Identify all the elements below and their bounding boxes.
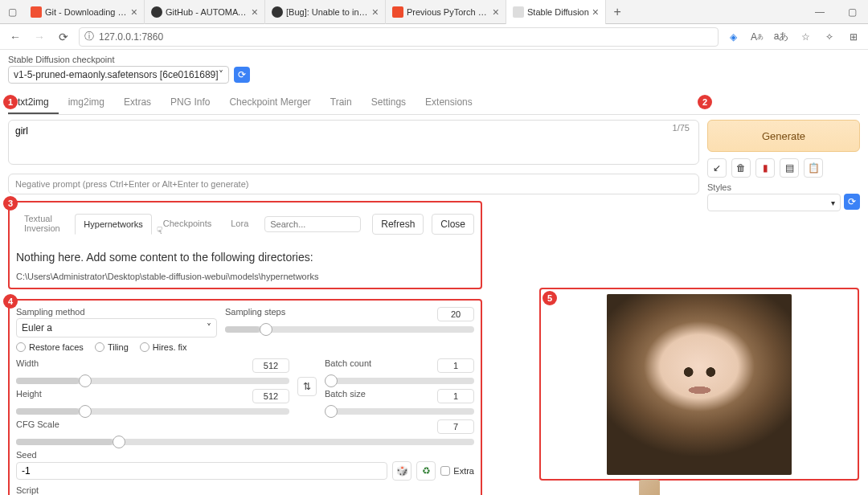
maximize-button[interactable]: ▢ [836, 6, 868, 18]
tab-extras[interactable]: Extras [114, 92, 161, 114]
new-tab-button[interactable]: + [606, 5, 628, 19]
subtab-lora[interactable]: Lora [223, 214, 256, 235]
batch-count-value[interactable]: 1 [437, 358, 474, 373]
checkpoint-label: Stable Diffusion checkpoint [8, 55, 860, 64]
copy-button[interactable]: ▤ [780, 158, 799, 178]
annotation-badge-2: 2 [698, 95, 712, 109]
cfg-value[interactable]: 7 [437, 419, 474, 434]
tab-extensions[interactable]: Extensions [416, 92, 482, 114]
extensions-icon[interactable]: ⊞ [845, 29, 862, 45]
height-label: Height [16, 389, 42, 402]
tab-title: Previous PyTorch Versions | PyTo [407, 7, 489, 17]
refresh-checkpoint-button[interactable]: ⟳ [234, 67, 250, 83]
annotation-badge-1: 1 [3, 95, 18, 109]
arrow-button[interactable]: ↙ [707, 158, 727, 178]
sampling-method-value: Euler a [22, 322, 52, 333]
seed-input[interactable] [16, 462, 387, 480]
extra-networks-path: C:\Users\Administrator\Desktop\stable-di… [16, 272, 474, 281]
batch-count-slider[interactable] [325, 378, 474, 384]
close-icon[interactable]: × [592, 6, 599, 18]
prompt-counter: 1/75 [673, 123, 690, 133]
tag-icon[interactable]: ◈ [725, 29, 741, 45]
save-button[interactable]: 📋 [804, 158, 823, 178]
tab-train[interactable]: Train [321, 92, 362, 114]
github-icon [151, 6, 162, 18]
prompt-input[interactable] [8, 120, 699, 165]
styles-select[interactable]: ▾ [707, 194, 841, 211]
close-icon[interactable]: × [372, 6, 379, 18]
checkpoint-select[interactable]: v1-5-pruned-emaonly.safetensors [6ce0161… [8, 66, 229, 84]
cursor-icon: ☟ [157, 225, 162, 236]
script-label: Script [16, 485, 474, 495]
chevron-down-icon: ▾ [831, 198, 835, 207]
extra-checkbox[interactable]: Extra [440, 466, 474, 476]
tab-settings[interactable]: Settings [362, 92, 416, 114]
width-slider[interactable] [16, 378, 289, 384]
output-thumbnail[interactable] [639, 480, 660, 495]
chevron-down-icon: ˅ [207, 322, 211, 333]
pytorch-icon [392, 6, 403, 18]
batch-size-value[interactable]: 1 [437, 389, 474, 403]
chevron-down-icon: ˅ [219, 69, 223, 80]
close-button[interactable]: Close [432, 214, 474, 235]
cfg-slider[interactable] [16, 439, 474, 445]
refresh-styles-button[interactable]: ⟳ [844, 194, 860, 210]
tab-pnginfo[interactable]: PNG Info [161, 92, 219, 114]
extra-networks-search[interactable] [264, 216, 361, 232]
recycle-button[interactable]: ♻ [416, 461, 436, 481]
text-size-icon[interactable]: Aあ [749, 29, 765, 45]
subtab-checkpoints[interactable]: Checkpoints [155, 214, 220, 235]
minimize-button[interactable]: — [804, 6, 836, 18]
subtab-hypernetworks[interactable]: Hypernetworks [75, 214, 151, 235]
tab-ckptmerger[interactable]: Checkpoint Merger [219, 92, 320, 114]
tiling-checkbox[interactable]: Tiling [95, 342, 129, 352]
generate-button[interactable]: Generate [707, 120, 860, 152]
tab-img2img[interactable]: img2img [59, 92, 114, 114]
seed-label: Seed [16, 450, 474, 460]
sampling-steps-value[interactable]: 20 [437, 307, 474, 321]
collections-icon[interactable]: ✧ [821, 29, 837, 45]
browser-tab-git[interactable]: Git - Downloading Package × [24, 0, 145, 24]
height-value[interactable]: 512 [252, 389, 289, 403]
restore-faces-checkbox[interactable]: Restore faces [16, 342, 84, 352]
annotation-badge-4: 4 [3, 294, 18, 309]
width-value[interactable]: 512 [252, 358, 289, 373]
dice-button[interactable]: 🎲 [392, 461, 411, 481]
browser-tab-sd[interactable]: Stable Diffusion × [506, 0, 606, 24]
sampling-method-label: Sampling method [16, 307, 217, 317]
output-image[interactable] [607, 294, 792, 475]
trash-button[interactable]: 🗑 [731, 158, 751, 178]
sampling-steps-label: Sampling steps [225, 307, 285, 320]
page-icon [513, 6, 524, 18]
tab-title: [Bug]: Unable to install webui du [286, 7, 369, 17]
browser-tab-pytorch[interactable]: Previous PyTorch Versions | PyTo × [386, 0, 506, 24]
reload-button[interactable]: ⟳ [55, 31, 72, 43]
window-menu-icon[interactable]: ▢ [0, 6, 24, 18]
hiresfix-checkbox[interactable]: Hires. fix [140, 342, 187, 352]
url-input[interactable]: ⓘ 127.0.0.1:7860 [79, 27, 719, 47]
subtab-textual-inversion[interactable]: Textual Inversion [16, 209, 72, 239]
browser-tab-github[interactable]: GitHub - AUTOMATIC1111/stabl × [145, 0, 265, 24]
refresh-button[interactable]: Refresh [372, 214, 424, 235]
height-slider[interactable] [16, 408, 289, 415]
swap-dimensions-button[interactable]: ⇅ [297, 377, 317, 396]
url-text: 127.0.0.1:7860 [99, 31, 163, 43]
output-panel: 5 [539, 288, 859, 481]
style-button[interactable]: ▮ [755, 158, 775, 178]
close-icon[interactable]: × [252, 6, 258, 18]
back-button[interactable]: ← [6, 31, 24, 43]
width-label: Width [16, 358, 39, 371]
favorite-icon[interactable]: ☆ [797, 29, 813, 45]
negative-prompt-input[interactable]: Negative prompt (press Ctrl+Enter or Alt… [8, 174, 699, 194]
browser-tab-bug[interactable]: [Bug]: Unable to install webui du × [265, 0, 386, 24]
close-icon[interactable]: × [131, 6, 137, 18]
neg-prompt-placeholder: Negative prompt (press Ctrl+Enter or Alt… [15, 179, 248, 189]
address-bar: ← → ⟳ ⓘ 127.0.0.1:7860 ◈ Aあ аあ ☆ ✧ ⊞ [0, 24, 868, 50]
sampling-method-select[interactable]: Euler a ˅ [16, 318, 217, 338]
cfg-label: CFG Scale [16, 419, 59, 432]
batch-size-slider[interactable] [325, 408, 474, 415]
sampling-steps-slider[interactable] [225, 326, 474, 333]
generation-params-panel: 4 Sampling method Euler a ˅ Sampling ste… [8, 299, 482, 495]
font-icon[interactable]: аあ [773, 29, 789, 45]
close-icon[interactable]: × [493, 6, 499, 18]
